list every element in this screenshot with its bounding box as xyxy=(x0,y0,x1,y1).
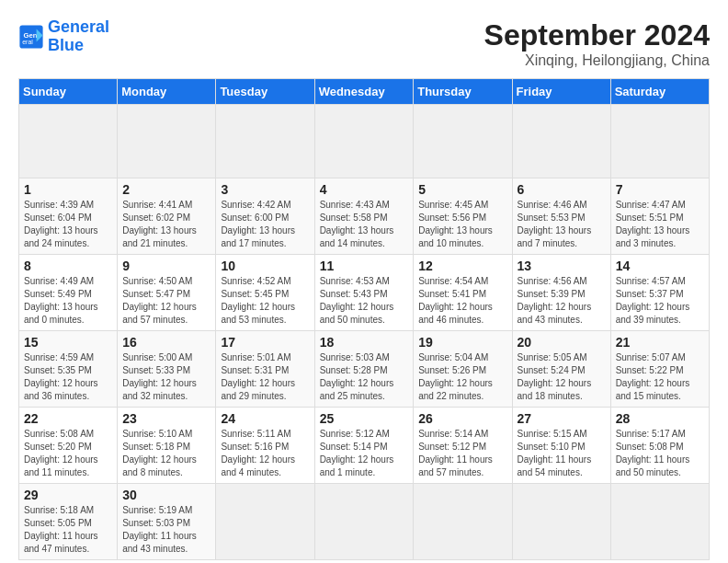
calendar-cell: 15Sunrise: 4:59 AM Sunset: 5:35 PM Dayli… xyxy=(19,331,118,408)
day-number: 17 xyxy=(221,335,309,350)
day-info: Sunrise: 4:39 AM Sunset: 6:04 PM Dayligh… xyxy=(24,199,112,250)
day-info: Sunrise: 4:53 AM Sunset: 5:43 PM Dayligh… xyxy=(320,275,409,327)
title-block: September 2024 Xinqing, Heilongjiang, Ch… xyxy=(484,18,710,69)
weekday-header-sunday: Sunday xyxy=(19,79,118,105)
calendar-cell: 12Sunrise: 4:54 AM Sunset: 5:41 PM Dayli… xyxy=(414,255,512,331)
day-info: Sunrise: 4:59 AM Sunset: 5:35 PM Dayligh… xyxy=(24,351,112,403)
calendar-cell: 28Sunrise: 5:17 AM Sunset: 5:08 PM Dayli… xyxy=(610,408,709,484)
calendar-cell xyxy=(512,105,610,178)
day-number: 7 xyxy=(616,182,704,197)
day-info: Sunrise: 5:17 AM Sunset: 5:08 PM Dayligh… xyxy=(616,428,704,479)
weekday-header-wednesday: Wednesday xyxy=(314,79,414,105)
day-info: Sunrise: 5:08 AM Sunset: 5:20 PM Dayligh… xyxy=(24,428,112,479)
day-info: Sunrise: 5:14 AM Sunset: 5:12 PM Dayligh… xyxy=(418,428,506,479)
calendar-cell: 5Sunrise: 4:45 AM Sunset: 5:56 PM Daylig… xyxy=(414,178,512,255)
day-info: Sunrise: 5:07 AM Sunset: 5:22 PM Dayligh… xyxy=(616,351,704,403)
logo: Gen eral General Blue xyxy=(18,18,109,55)
day-number: 12 xyxy=(418,259,506,273)
day-number: 5 xyxy=(418,182,506,197)
day-info: Sunrise: 4:57 AM Sunset: 5:37 PM Dayligh… xyxy=(616,275,704,327)
day-number: 16 xyxy=(122,335,210,350)
calendar-cell: 23Sunrise: 5:10 AM Sunset: 5:18 PM Dayli… xyxy=(118,408,216,484)
day-number: 13 xyxy=(518,259,606,273)
day-info: Sunrise: 4:52 AM Sunset: 5:45 PM Dayligh… xyxy=(221,275,309,327)
day-info: Sunrise: 5:05 AM Sunset: 5:24 PM Dayligh… xyxy=(518,351,606,403)
day-number: 25 xyxy=(320,411,409,426)
day-number: 9 xyxy=(122,259,210,273)
calendar-cell: 11Sunrise: 4:53 AM Sunset: 5:43 PM Dayli… xyxy=(314,255,414,331)
day-number: 18 xyxy=(320,335,409,350)
calendar-cell: 14Sunrise: 4:57 AM Sunset: 5:37 PM Dayli… xyxy=(610,255,709,331)
calendar-cell: 25Sunrise: 5:12 AM Sunset: 5:14 PM Dayli… xyxy=(314,408,414,484)
day-number: 11 xyxy=(320,259,409,273)
calendar-cell xyxy=(414,484,512,560)
calendar-week-row: 29Sunrise: 5:18 AM Sunset: 5:05 PM Dayli… xyxy=(19,484,710,560)
calendar-cell xyxy=(314,105,414,178)
day-number: 15 xyxy=(24,335,112,350)
day-info: Sunrise: 5:19 AM Sunset: 5:03 PM Dayligh… xyxy=(122,504,210,556)
day-number: 14 xyxy=(616,259,704,273)
weekday-header-saturday: Saturday xyxy=(610,79,709,105)
day-number: 6 xyxy=(518,182,606,197)
calendar-cell: 4Sunrise: 4:43 AM Sunset: 5:58 PM Daylig… xyxy=(314,178,414,255)
calendar-week-row: 8Sunrise: 4:49 AM Sunset: 5:49 PM Daylig… xyxy=(19,255,710,331)
calendar-cell xyxy=(216,105,314,178)
calendar-cell: 30Sunrise: 5:19 AM Sunset: 5:03 PM Dayli… xyxy=(118,484,216,560)
logo-text: General Blue xyxy=(48,18,109,55)
calendar-cell: 2Sunrise: 4:41 AM Sunset: 6:02 PM Daylig… xyxy=(118,178,216,255)
calendar-cell: 3Sunrise: 4:42 AM Sunset: 6:00 PM Daylig… xyxy=(216,178,314,255)
day-info: Sunrise: 4:43 AM Sunset: 5:58 PM Dayligh… xyxy=(320,199,409,250)
calendar-table: SundayMondayTuesdayWednesdayThursdayFrid… xyxy=(18,78,710,560)
page-header: Gen eral General Blue September 2024 Xin… xyxy=(18,18,710,69)
day-number: 8 xyxy=(24,259,112,273)
calendar-cell: 16Sunrise: 5:00 AM Sunset: 5:33 PM Dayli… xyxy=(118,331,216,408)
calendar-cell: 20Sunrise: 5:05 AM Sunset: 5:24 PM Dayli… xyxy=(512,331,610,408)
calendar-cell: 26Sunrise: 5:14 AM Sunset: 5:12 PM Dayli… xyxy=(414,408,512,484)
calendar-cell: 22Sunrise: 5:08 AM Sunset: 5:20 PM Dayli… xyxy=(19,408,118,484)
day-number: 27 xyxy=(518,411,606,426)
day-number: 2 xyxy=(122,182,210,197)
month-title: September 2024 xyxy=(484,18,710,52)
day-number: 23 xyxy=(122,411,210,426)
day-info: Sunrise: 5:15 AM Sunset: 5:10 PM Dayligh… xyxy=(518,428,606,479)
day-info: Sunrise: 4:46 AM Sunset: 5:53 PM Dayligh… xyxy=(518,199,606,250)
day-info: Sunrise: 5:04 AM Sunset: 5:26 PM Dayligh… xyxy=(418,351,506,403)
calendar-cell: 6Sunrise: 4:46 AM Sunset: 5:53 PM Daylig… xyxy=(512,178,610,255)
calendar-week-row xyxy=(19,105,710,178)
day-number: 30 xyxy=(122,488,210,502)
day-info: Sunrise: 5:12 AM Sunset: 5:14 PM Dayligh… xyxy=(320,428,409,479)
calendar-cell xyxy=(314,484,414,560)
calendar-cell xyxy=(512,484,610,560)
day-info: Sunrise: 4:54 AM Sunset: 5:41 PM Dayligh… xyxy=(418,275,506,327)
day-info: Sunrise: 5:03 AM Sunset: 5:28 PM Dayligh… xyxy=(320,351,409,403)
calendar-cell: 29Sunrise: 5:18 AM Sunset: 5:05 PM Dayli… xyxy=(19,484,118,560)
day-number: 10 xyxy=(221,259,309,273)
calendar-cell: 13Sunrise: 4:56 AM Sunset: 5:39 PM Dayli… xyxy=(512,255,610,331)
logo-line2: Blue xyxy=(48,36,84,54)
calendar-cell xyxy=(19,105,118,178)
calendar-cell: 18Sunrise: 5:03 AM Sunset: 5:28 PM Dayli… xyxy=(314,331,414,408)
calendar-cell xyxy=(216,484,314,560)
calendar-week-row: 15Sunrise: 4:59 AM Sunset: 5:35 PM Dayli… xyxy=(19,331,710,408)
calendar-cell: 21Sunrise: 5:07 AM Sunset: 5:22 PM Dayli… xyxy=(610,331,709,408)
calendar-cell xyxy=(610,484,709,560)
day-number: 1 xyxy=(24,182,112,197)
calendar-cell: 27Sunrise: 5:15 AM Sunset: 5:10 PM Dayli… xyxy=(512,408,610,484)
calendar-cell: 19Sunrise: 5:04 AM Sunset: 5:26 PM Dayli… xyxy=(414,331,512,408)
day-number: 24 xyxy=(221,411,309,426)
calendar-cell: 17Sunrise: 5:01 AM Sunset: 5:31 PM Dayli… xyxy=(216,331,314,408)
day-number: 3 xyxy=(221,182,309,197)
calendar-week-row: 22Sunrise: 5:08 AM Sunset: 5:20 PM Dayli… xyxy=(19,408,710,484)
calendar-cell: 7Sunrise: 4:47 AM Sunset: 5:51 PM Daylig… xyxy=(610,178,709,255)
day-info: Sunrise: 4:41 AM Sunset: 6:02 PM Dayligh… xyxy=(122,199,210,250)
calendar-cell xyxy=(610,105,709,178)
calendar-cell: 9Sunrise: 4:50 AM Sunset: 5:47 PM Daylig… xyxy=(118,255,216,331)
day-number: 22 xyxy=(24,411,112,426)
day-info: Sunrise: 5:18 AM Sunset: 5:05 PM Dayligh… xyxy=(24,504,112,556)
weekday-header-tuesday: Tuesday xyxy=(216,79,314,105)
day-number: 21 xyxy=(616,335,704,350)
calendar-week-row: 1Sunrise: 4:39 AM Sunset: 6:04 PM Daylig… xyxy=(19,178,710,255)
day-info: Sunrise: 4:50 AM Sunset: 5:47 PM Dayligh… xyxy=(122,275,210,327)
day-number: 20 xyxy=(518,335,606,350)
day-info: Sunrise: 4:47 AM Sunset: 5:51 PM Dayligh… xyxy=(616,199,704,250)
